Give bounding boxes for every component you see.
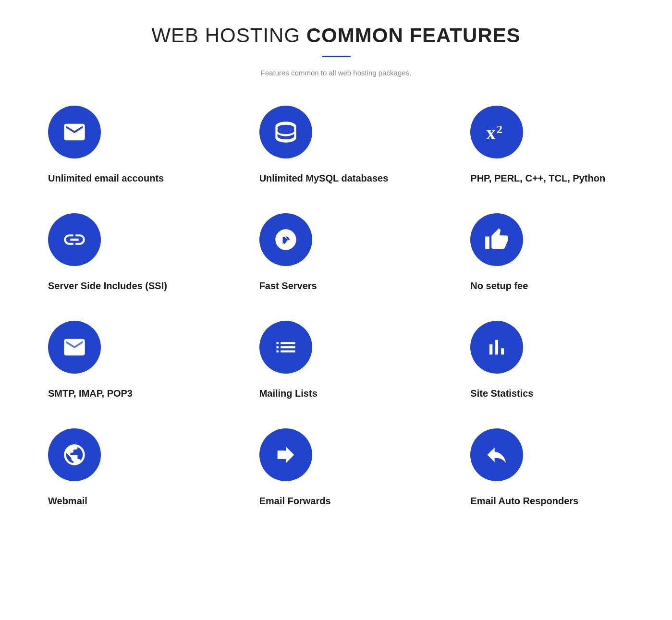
page-wrapper: WEB HOSTING COMMON FEATURES Features com… [0,0,672,546]
feature-item-site-statistics: Site Statistics [451,321,643,400]
feature-item-languages: x2PHP, PERL, C++, TCL, Python [451,106,643,184]
webmail-icon-circle [48,428,101,481]
email-autoresponders-label: Email Auto Responders [470,495,578,507]
feature-item-email-forwards: Email Forwards [240,428,432,507]
feature-item-email-autoresponders: Email Auto Responders [451,428,643,507]
mysql-databases-label: Unlimited MySQL databases [259,172,389,184]
fast-servers-label: Fast Servers [259,280,317,292]
email-forwards-label: Email Forwards [259,495,331,507]
site-statistics-label: Site Statistics [470,387,533,400]
feature-item-email-accounts: Unlimited email accounts [29,106,221,184]
feature-item-ssi: Server Side Includes (SSI) [29,213,221,292]
email-autoresponders-icon-circle [470,428,523,481]
feature-item-mailing-lists: Mailing Lists [240,321,432,400]
title-divider [322,56,351,57]
feature-item-mysql-databases: Unlimited MySQL databases [240,106,432,184]
languages-label: PHP, PERL, C++, TCL, Python [470,172,605,184]
svg-text:2: 2 [497,123,502,135]
no-setup-fee-label: No setup fee [470,280,528,292]
svg-text:x: x [487,122,496,143]
mailing-lists-icon-circle [259,321,312,374]
features-grid: Unlimited email accountsUnlimited MySQL … [29,106,643,507]
smtp-label: SMTP, IMAP, POP3 [48,387,133,400]
feature-item-webmail: Webmail [29,428,221,507]
title-bold: COMMON FEATURES [306,24,521,47]
feature-item-fast-servers: Fast Servers [240,213,432,292]
feature-item-smtp: SMTP, IMAP, POP3 [29,321,221,400]
page-header: WEB HOSTING COMMON FEATURES Features com… [29,24,643,77]
title-normal: WEB HOSTING [151,24,306,47]
ssi-icon-circle [48,213,101,266]
email-forwards-icon-circle [259,428,312,481]
site-statistics-icon-circle [470,321,523,374]
page-title: WEB HOSTING COMMON FEATURES [29,24,643,47]
smtp-icon-circle [48,321,101,374]
fast-servers-icon-circle [259,213,312,266]
page-subtitle: Features common to all web hosting packa… [29,69,643,77]
feature-item-no-setup-fee: No setup fee [451,213,643,292]
mysql-databases-icon-circle [259,106,312,158]
email-accounts-icon-circle [48,106,101,158]
ssi-label: Server Side Includes (SSI) [48,280,167,292]
email-accounts-label: Unlimited email accounts [48,172,164,184]
webmail-label: Webmail [48,495,87,507]
mailing-lists-label: Mailing Lists [259,387,318,400]
languages-icon-circle: x2 [470,106,523,158]
no-setup-fee-icon-circle [470,213,523,266]
